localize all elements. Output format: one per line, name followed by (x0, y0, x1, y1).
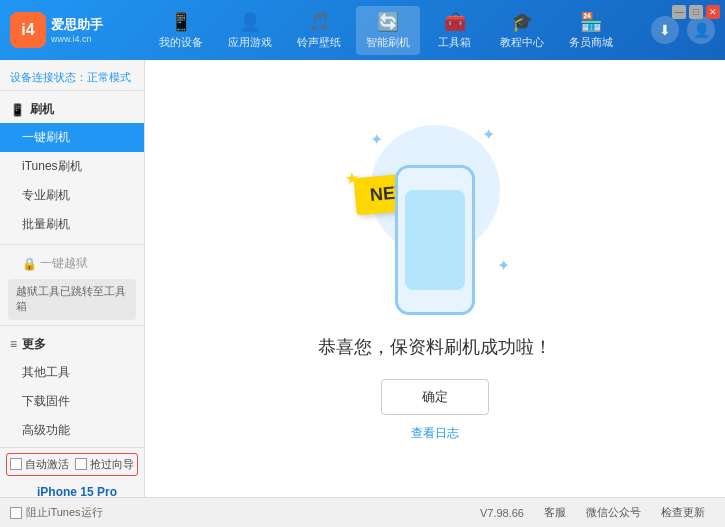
minimize-button[interactable]: — (672, 5, 686, 19)
nav-toolbox[interactable]: 🧰 工具箱 (425, 6, 485, 55)
auto-activate-row: 自动激活 抢过向导 (6, 453, 138, 476)
nav-bar: 📱 我的设备 👤 应用游戏 🎵 铃声壁纸 🔄 智能刷机 🧰 工具箱 🎓 (120, 6, 651, 55)
sidebar-item-batch-flash[interactable]: 批量刷机 (0, 210, 144, 239)
sidebar-item-download-firmware[interactable]: 下载固件 (0, 387, 144, 416)
nav-apps-games[interactable]: 👤 应用游戏 (218, 6, 282, 55)
device-name: iPhone 15 Pro Max (37, 485, 138, 497)
lock-icon: 🔒 (22, 257, 37, 271)
sparkle-icon-1: ✦ (370, 130, 383, 149)
sidebar-jailbreak-disabled: 🔒 一键越狱 (0, 250, 144, 277)
divider-1 (0, 244, 144, 245)
brand-url: www.i4.cn (51, 34, 103, 44)
jailbreak-notice: 越狱工具已跳转至工具箱 (8, 279, 136, 320)
main-layout: 设备连接状态：正常模式 📱 刷机 一键刷机 iTunes刷机 专业刷机 批量刷机… (0, 60, 725, 497)
sidebar-item-advanced[interactable]: 高级功能 (0, 416, 144, 445)
apps-games-icon: 👤 (239, 11, 261, 33)
device-info: 📱 iPhone 15 Pro Max 512GB iPhone (6, 481, 138, 497)
logo-icon: i4 (10, 12, 46, 48)
ringtones-label: 铃声壁纸 (297, 35, 341, 50)
toolbox-icon: 🧰 (444, 11, 466, 33)
ringtones-icon: 🎵 (308, 11, 330, 33)
success-message: 恭喜您，保资料刷机成功啦！ (318, 335, 552, 359)
sidebar-device-section: 自动激活 抢过向导 📱 iPhone 15 Pro Max 512GB iPho… (0, 447, 144, 497)
quick-guide-label: 抢过向导 (90, 457, 134, 472)
footer-wechat-link[interactable]: 微信公众号 (586, 505, 641, 520)
sparkle-icon-2: ✦ (482, 125, 495, 144)
flash-section-header: 📱 刷机 (0, 96, 144, 123)
my-device-icon: 📱 (170, 11, 192, 33)
close-button[interactable]: ✕ (706, 5, 720, 19)
auto-activate-cb-box[interactable] (10, 458, 22, 470)
phone-body (395, 165, 475, 315)
flash-section-label: 刷机 (30, 101, 54, 118)
status-value: 正常模式 (87, 71, 131, 83)
sidebar-item-itunes-flash[interactable]: iTunes刷机 (0, 152, 144, 181)
logo-area: i4 爱思助手 www.i4.cn (10, 12, 120, 48)
business-label: 务员商城 (569, 35, 613, 50)
my-device-label: 我的设备 (159, 35, 203, 50)
jailbreak-label: 一键越狱 (40, 255, 88, 272)
more-section-label: 更多 (22, 336, 46, 353)
status-label: 设备连接状态： (10, 71, 87, 83)
sidebar-item-other-tools[interactable]: 其他工具 (0, 358, 144, 387)
smart-flash-label: 智能刷机 (366, 35, 410, 50)
nav-smart-flash[interactable]: 🔄 智能刷机 (356, 6, 420, 55)
restore-button[interactable]: □ (689, 5, 703, 19)
stop-itunes-label: 阻止iTunes运行 (26, 505, 103, 520)
smart-flash-icon: 🔄 (377, 11, 399, 33)
auto-activate-checkbox[interactable]: 自动激活 (10, 457, 69, 472)
more-section: ≡ 更多 其他工具 下载固件 高级功能 (0, 331, 144, 445)
stop-itunes-checkbox[interactable] (10, 507, 22, 519)
tutorials-icon: 🎓 (511, 11, 533, 33)
sidebar-item-one-key-flash[interactable]: 一键刷机 (0, 123, 144, 152)
footer-update-link[interactable]: 检查更新 (661, 505, 705, 520)
more-section-icon: ≡ (10, 337, 17, 351)
quick-guide-cb-box[interactable] (75, 458, 87, 470)
flash-section: 📱 刷机 一键刷机 iTunes刷机 专业刷机 批量刷机 (0, 96, 144, 239)
flash-section-icon: 📱 (10, 103, 25, 117)
confirm-button[interactable]: 确定 (381, 379, 489, 415)
toolbox-label: 工具箱 (438, 35, 471, 50)
auto-activate-label: 自动激活 (25, 457, 69, 472)
footer-mid: V7.98.66 客服 微信公众号 检查更新 (108, 505, 715, 520)
brand-name: 爱思助手 (51, 16, 103, 34)
phone-screen (405, 190, 465, 290)
divider-2 (0, 325, 144, 326)
sparkle-icon-3: ✦ (497, 256, 510, 275)
header: i4 爱思助手 www.i4.cn 📱 我的设备 👤 应用游戏 🎵 铃声壁纸 🔄… (0, 0, 725, 60)
footer: 阻止iTunes运行 V7.98.66 客服 微信公众号 检查更新 (0, 497, 725, 527)
footer-left: 阻止iTunes运行 (10, 505, 103, 520)
nav-my-device[interactable]: 📱 我的设备 (149, 6, 213, 55)
view-log-link[interactable]: 查看日志 (411, 425, 459, 442)
account-button[interactable]: 👤 (687, 16, 715, 44)
sidebar-item-pro-flash[interactable]: 专业刷机 (0, 181, 144, 210)
download-button[interactable]: ⬇ (651, 16, 679, 44)
nav-business[interactable]: 🏪 务员商城 (559, 6, 623, 55)
window-controls: — □ ✕ (672, 5, 720, 19)
nav-ringtones[interactable]: 🎵 铃声壁纸 (287, 6, 351, 55)
apps-games-label: 应用游戏 (228, 35, 272, 50)
business-icon: 🏪 (580, 11, 602, 33)
footer-support-link[interactable]: 客服 (544, 505, 566, 520)
more-section-header: ≡ 更多 (0, 331, 144, 358)
content-area: ✦ ✦ ✦ NEW. 恭喜您，保资料刷机成功啦！ 确定 查看日志 (145, 60, 725, 497)
sidebar: 设备连接状态：正常模式 📱 刷机 一键刷机 iTunes刷机 专业刷机 批量刷机… (0, 60, 145, 497)
device-details: iPhone 15 Pro Max 512GB iPhone (37, 485, 138, 497)
quick-guide-checkbox[interactable]: 抢过向导 (75, 457, 134, 472)
connection-status: 设备连接状态：正常模式 (0, 65, 144, 91)
phone-illustration: ✦ ✦ ✦ NEW. (355, 115, 515, 315)
logo-text: 爱思助手 www.i4.cn (51, 16, 103, 44)
version-text: V7.98.66 (480, 507, 524, 519)
header-right: ⬇ 👤 (651, 16, 715, 44)
nav-tutorials[interactable]: 🎓 教程中心 (490, 6, 554, 55)
tutorials-label: 教程中心 (500, 35, 544, 50)
